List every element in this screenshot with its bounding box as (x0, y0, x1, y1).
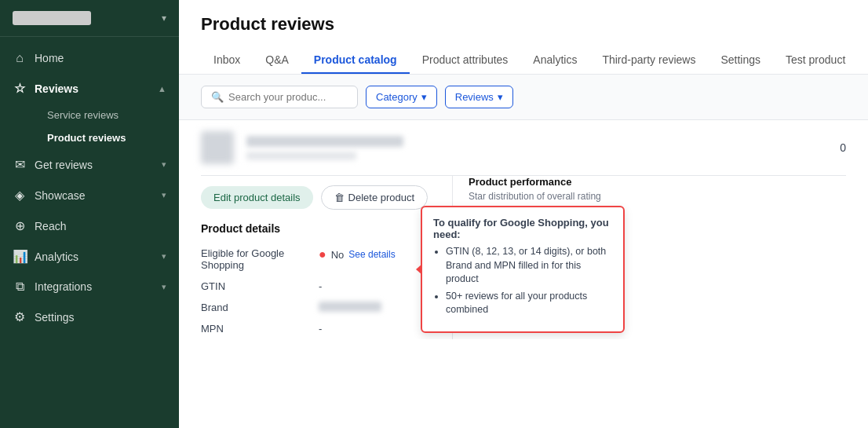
gtin-value: - (319, 280, 322, 292)
category-chevron-icon: ▾ (421, 91, 427, 103)
analytics-icon: 📊 (13, 249, 27, 264)
brand-value (319, 302, 381, 312)
edit-product-button[interactable]: Edit product details (201, 186, 313, 209)
product-count: 0 (840, 141, 846, 154)
sidebar-item-product-reviews[interactable]: Product reviews (35, 126, 179, 149)
sidebar-item-reviews[interactable]: ☆ Reviews ▲ (0, 73, 179, 104)
content-area: 🔍 Category ▾ Reviews ▾ 0 (179, 75, 868, 428)
sidebar-item-settings[interactable]: ⚙ Settings (0, 302, 179, 332)
detail-row-brand: Brand (201, 297, 436, 318)
performance-subtitle: Star distribution of overall rating (469, 191, 846, 202)
see-details-link[interactable]: See details (348, 249, 395, 260)
product-name-blur (246, 136, 403, 147)
sidebar-logo (13, 11, 91, 25)
search-icon: 🔍 (211, 91, 224, 103)
detail-row-mpn: MPN - (201, 318, 436, 339)
sidebar-item-reach[interactable]: ⊕ Reach (0, 210, 179, 241)
sidebar-item-integrations[interactable]: ⧉ Integrations ▾ (0, 272, 179, 302)
sidebar-nav: ⌂ Home ☆ Reviews ▲ Service reviews Produ… (0, 37, 179, 428)
sidebar-item-label: Showcase (35, 189, 86, 202)
sidebar-header: ▾ (0, 0, 179, 37)
mpn-label: MPN (201, 323, 303, 335)
product-actions: Edit product details 🗑 Delete product (201, 176, 436, 218)
get-reviews-icon: ✉ (13, 157, 27, 172)
showcase-icon: ◈ (13, 188, 27, 203)
reviews-filter-button[interactable]: Reviews ▾ (445, 86, 513, 108)
tooltip-title: To qualify for Google Shopping, you need… (433, 217, 612, 240)
sidebar-item-label: Settings (35, 311, 75, 324)
search-input[interactable] (228, 91, 348, 103)
home-icon: ⌂ (13, 51, 27, 65)
left-panel: Edit product details 🗑 Delete product Pr… (201, 176, 452, 339)
settings-icon: ⚙ (13, 309, 27, 324)
page-header: Product reviews Inbox Q&A Product catalo… (179, 0, 868, 75)
sidebar-item-analytics[interactable]: 📊 Analytics ▾ (0, 241, 179, 272)
sidebar-sub-reviews: Service reviews Product reviews (0, 104, 179, 149)
tab-settings[interactable]: Settings (708, 47, 773, 74)
tooltip-item-0: GTIN (8, 12, 13, or 14 digits), or both … (446, 245, 612, 287)
delete-product-button[interactable]: 🗑 Delete product (321, 185, 429, 210)
product-details-table: Product details Eligible for Google Shop… (201, 222, 436, 339)
category-filter-label: Category (376, 91, 418, 103)
detail-section: Edit product details 🗑 Delete product Pr… (201, 176, 846, 339)
reach-icon: ⊕ (13, 218, 27, 233)
sidebar-item-get-reviews[interactable]: ✉ Get reviews ▾ (0, 149, 179, 180)
product-thumbnail (201, 131, 234, 164)
product-sub-blur (246, 152, 356, 160)
tab-qanda[interactable]: Q&A (253, 47, 301, 74)
reviews-chevron-icon: ▾ (498, 91, 503, 103)
showcase-chevron-icon: ▾ (162, 190, 166, 200)
sidebar-item-label: Integrations (35, 280, 92, 293)
tooltip-item-1: 50+ reviews for all your products combin… (446, 290, 612, 317)
sidebar-chevron-icon[interactable]: ▾ (162, 13, 166, 24)
sidebar: ▾ ⌂ Home ☆ Reviews ▲ Service reviews Pro… (0, 0, 179, 428)
brand-label: Brand (201, 302, 303, 313)
get-reviews-chevron-icon: ▾ (162, 159, 166, 170)
brand-blur-value (319, 302, 381, 312)
tab-inbox[interactable]: Inbox (201, 47, 253, 74)
eligible-text: No (331, 249, 345, 261)
toolbar: 🔍 Category ▾ Reviews ▾ (179, 75, 868, 120)
tab-product-attributes[interactable]: Product attributes (410, 47, 521, 74)
detail-row-gtin: GTIN - (201, 276, 436, 297)
delete-product-label: Delete product (348, 192, 415, 203)
mpn-value: - (319, 323, 322, 335)
eligible-value: ● No See details (319, 247, 396, 262)
integrations-icon: ⧉ (13, 280, 27, 294)
product-info (246, 136, 827, 160)
product-area: 0 Edit product details 🗑 Delete product … (179, 120, 868, 339)
tab-test-product[interactable]: Test product (773, 47, 858, 74)
gtin-label: GTIN (201, 280, 303, 292)
sidebar-item-showcase[interactable]: ◈ Showcase ▾ (0, 180, 179, 210)
performance-title: Product performance (469, 176, 846, 188)
reviews-icon: ☆ (13, 81, 27, 96)
main-content: Product reviews Inbox Q&A Product catalo… (179, 0, 868, 428)
tab-product-catalog[interactable]: Product catalog (301, 47, 410, 74)
eligible-label: Eligible for Google Shopping (201, 247, 303, 271)
sidebar-item-service-reviews[interactable]: Service reviews (35, 104, 179, 126)
integrations-chevron-icon: ▾ (162, 282, 166, 292)
page-title: Product reviews (201, 14, 846, 35)
reviews-filter-label: Reviews (455, 91, 494, 103)
category-filter-button[interactable]: Category ▾ (366, 86, 437, 108)
tab-analytics[interactable]: Analytics (520, 47, 589, 74)
sidebar-item-label: Reach (35, 220, 66, 232)
analytics-chevron-icon: ▾ (162, 251, 166, 262)
sidebar-item-label: Reviews (35, 82, 78, 95)
tooltip-arrow (416, 264, 422, 275)
product-details-title: Product details (201, 222, 436, 235)
search-box[interactable]: 🔍 (201, 86, 358, 108)
detail-row-eligible: Eligible for Google Shopping ● No See de… (201, 243, 436, 276)
trash-icon: 🗑 (334, 192, 345, 203)
sidebar-item-label: Analytics (35, 251, 78, 263)
tabs: Inbox Q&A Product catalog Product attrib… (201, 47, 846, 74)
tooltip-list: GTIN (8, 12, 13, or 14 digits), or both … (433, 245, 612, 317)
sidebar-item-label: Get reviews (35, 159, 93, 171)
sidebar-item-label: Home (35, 52, 64, 64)
tab-third-party[interactable]: Third-party reviews (589, 47, 708, 74)
sidebar-item-home[interactable]: ⌂ Home (0, 43, 179, 73)
google-shopping-tooltip: To qualify for Google Shopping, you need… (421, 206, 625, 333)
reviews-chevron-icon: ▲ (158, 84, 166, 93)
red-dot-icon: ● (319, 247, 326, 262)
product-row: 0 (201, 120, 846, 176)
